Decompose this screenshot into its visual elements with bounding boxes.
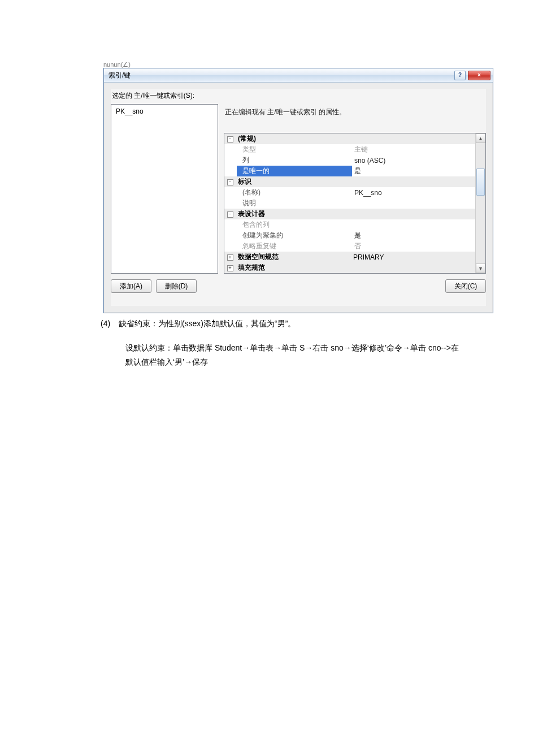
category-label: 标识: [237, 176, 475, 187]
prop-value: 否: [352, 241, 475, 252]
window-buttons: ? ×: [454, 71, 490, 80]
property-grid[interactable]: - (常规) 类型 主键 列: [224, 133, 486, 274]
item-4: (4) 缺省约束：为性别(ssex)添加默认值，其值为“男”。: [101, 317, 462, 331]
prop-label: 创建为聚集的: [237, 230, 352, 241]
prop-type[interactable]: 类型 主键: [224, 144, 475, 155]
item-number: (4): [101, 317, 116, 331]
category-label: 数据空间规范: [237, 252, 352, 262]
category-identity[interactable]: - 标识: [224, 176, 475, 187]
category-general[interactable]: - (常规): [224, 133, 475, 144]
prop-value[interactable]: 是: [352, 166, 475, 176]
prop-label: 说明: [237, 198, 352, 209]
indexes-keys-dialog: 索引/键 ? × 选定的 主/唯一键或索引(S): PK__sno 正在编辑现有…: [103, 68, 493, 313]
prop-columns[interactable]: 列 sno (ASC): [224, 155, 475, 166]
prop-name[interactable]: (名称) PK__sno: [224, 187, 475, 198]
category-label: 表设计器: [237, 209, 475, 219]
category-dataspace[interactable]: + 数据空间规范 PRIMARY: [224, 252, 475, 262]
scroll-up-icon[interactable]: ▲: [476, 133, 485, 143]
dialog-button-row: 添加(A) 删除(D) 关闭(C): [111, 279, 486, 293]
collapse-icon[interactable]: -: [227, 179, 233, 185]
prop-description[interactable]: 说明: [224, 198, 475, 209]
category-fill[interactable]: + 填充规范: [224, 262, 475, 273]
scroll-down-icon[interactable]: ▼: [476, 263, 485, 273]
list-label: 选定的 主/唯一键或索引(S):: [112, 91, 486, 101]
document-text: (4) 缺省约束：为性别(ssex)添加默认值，其值为“男”。 设默认约束：单击…: [101, 317, 462, 370]
prop-label: 包含的列: [237, 219, 352, 230]
prop-label: 类型: [237, 144, 352, 155]
collapse-icon[interactable]: -: [227, 136, 233, 142]
dialog-titlebar[interactable]: 索引/键 ? ×: [104, 68, 493, 83]
expand-icon[interactable]: +: [227, 254, 233, 261]
list-item[interactable]: PK__sno: [115, 107, 214, 116]
prop-is-unique[interactable]: 是唯一的 是: [224, 166, 475, 176]
dialog-body: 选定的 主/唯一键或索引(S): PK__sno 正在编辑现有 主/唯一键或索引…: [111, 89, 486, 306]
scrollbar-thumb[interactable]: [476, 169, 485, 196]
prop-value: 主键: [352, 144, 475, 155]
item-text: 缺省约束：为性别(ssex)添加默认值，其值为“男”。: [119, 319, 296, 328]
prop-clustered[interactable]: 创建为聚集的 是: [224, 230, 475, 241]
description-text: 正在编辑现有 主/唯一键或索引 的属性。: [224, 104, 486, 133]
prop-label: 忽略重复键: [237, 241, 352, 252]
prop-value: sno (ASC): [352, 155, 475, 166]
category-label: 填充规范: [237, 262, 475, 273]
prop-value[interactable]: 是: [352, 230, 475, 241]
prop-included-columns[interactable]: 包含的列: [224, 219, 475, 230]
close-icon[interactable]: ×: [468, 71, 490, 80]
indexes-listbox[interactable]: PK__sno: [111, 104, 218, 274]
prop-ignore-dup[interactable]: 忽略重复键 否: [224, 241, 475, 252]
prop-value: PRIMARY: [352, 252, 475, 262]
procedure-text: 设默认约束：单击数据库 Student→单击表→单击 S→右击 sno→选择‘修…: [125, 341, 462, 369]
prop-label: 列: [237, 155, 352, 166]
collapse-icon[interactable]: -: [227, 211, 233, 218]
delete-button[interactable]: 删除(D): [156, 279, 197, 293]
prop-value: [352, 219, 475, 230]
add-button[interactable]: 添加(A): [111, 279, 151, 293]
prop-value[interactable]: PK__sno: [352, 187, 475, 198]
prop-value[interactable]: [352, 198, 475, 209]
expand-icon[interactable]: +: [227, 265, 233, 271]
category-designer[interactable]: - 表设计器: [224, 209, 475, 219]
vertical-scrollbar[interactable]: ▲ ▼: [475, 133, 485, 273]
prop-label: 是唯一的: [237, 166, 352, 176]
close-button[interactable]: 关闭(C): [445, 279, 486, 293]
category-label: (常规): [237, 133, 475, 144]
prop-label: (名称): [237, 187, 352, 198]
help-icon[interactable]: ?: [454, 71, 466, 80]
dialog-title: 索引/键: [108, 71, 454, 80]
